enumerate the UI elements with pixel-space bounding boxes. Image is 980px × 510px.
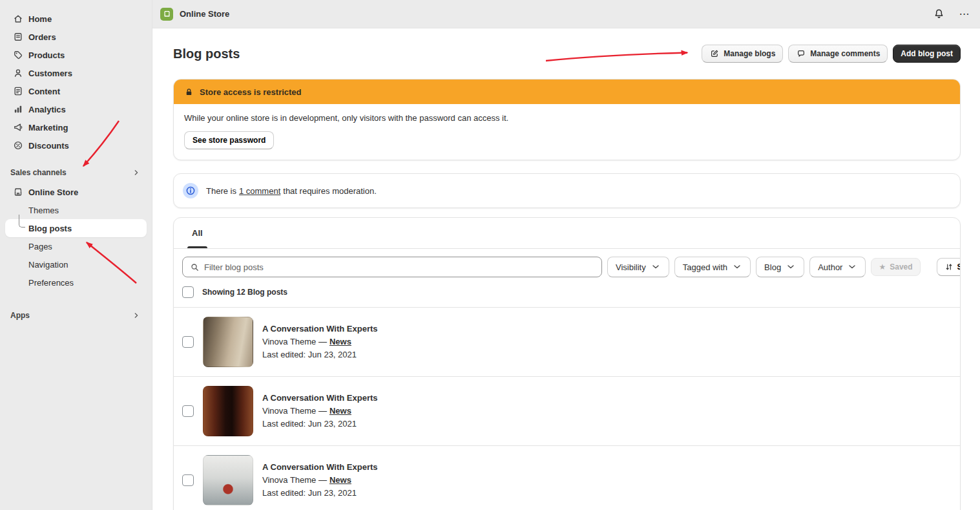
sidebar-item-pages[interactable]: Pages [5, 237, 147, 255]
notice-text-before: There is [206, 186, 236, 196]
sidebar-item-label: Marketing [28, 123, 68, 133]
sidebar-item-discounts[interactable]: Discounts [5, 136, 147, 154]
list-summary: Showing 12 Blog posts [202, 288, 287, 297]
sort-button-label: Sort [957, 262, 961, 271]
chevron-down-icon [651, 262, 661, 272]
store-access-banner: Store access is restricted While your on… [173, 79, 961, 160]
author-filter-dropdown[interactable]: Author [809, 257, 866, 277]
overflow-menu-icon[interactable]: ⋯ [955, 5, 974, 23]
store-access-banner-header: Store access is restricted [174, 80, 960, 104]
sidebar-item-products[interactable]: Products [5, 46, 147, 64]
add-blog-post-button[interactable]: Add blog post [893, 45, 961, 63]
main-column: Online Store ⋯ Blog posts Manage blogs [152, 0, 980, 510]
sidebar-section-sales-channels[interactable]: Sales channels [5, 165, 147, 180]
sort-button[interactable]: Sort [937, 258, 961, 276]
post-title[interactable]: A Conversation With Experts [262, 323, 378, 335]
sidebar-item-online-store[interactable]: Online Store [5, 183, 147, 201]
page-content: Blog posts Manage blogs Manage comments … [152, 28, 980, 510]
sidebar-item-analytics[interactable]: Analytics [5, 100, 147, 118]
topbar-title: Online Store [180, 9, 229, 19]
sidebar-item-label: Navigation [28, 260, 68, 270]
blog-post-row[interactable]: A Conversation With Experts Vinova Theme… [174, 446, 960, 510]
post-byline: Vinova Theme — News [262, 474, 378, 487]
manage-comments-button[interactable]: Manage comments [788, 45, 888, 63]
select-all-checkbox[interactable] [182, 286, 194, 298]
discounts-icon [13, 140, 23, 151]
row-checkbox[interactable] [182, 336, 194, 348]
search-icon [189, 262, 200, 272]
saved-filters-button[interactable]: ★ Saved [871, 258, 920, 276]
sidebar-item-content[interactable]: Content [5, 82, 147, 100]
filter-blog-posts-input[interactable] [204, 262, 595, 272]
blog-post-row[interactable]: A Conversation With Experts Vinova Theme… [174, 377, 960, 446]
post-title[interactable]: A Conversation With Experts [262, 461, 378, 474]
post-title[interactable]: A Conversation With Experts [262, 392, 378, 405]
row-checkbox[interactable] [182, 405, 194, 417]
one-comment-link[interactable]: 1 comment [239, 186, 280, 196]
sidebar-item-label: Orders [28, 32, 56, 42]
sidebar-item-label: Online Store [28, 187, 78, 197]
marketing-icon [13, 122, 23, 133]
chevron-right-icon [131, 310, 141, 321]
moderation-notice-text: There is 1 comment that requires moderat… [206, 186, 377, 196]
news-blog-link[interactable]: News [329, 405, 351, 418]
notifications-bell-icon[interactable] [930, 5, 948, 23]
sidebar-item-label: Discounts [28, 141, 69, 151]
sidebar-item-label: Home [28, 14, 52, 24]
sidebar-item-navigation[interactable]: Navigation [5, 255, 147, 273]
page-header: Blog posts Manage blogs Manage comments … [173, 45, 961, 63]
blog-filter-dropdown[interactable]: Blog [756, 257, 804, 277]
sidebar-item-label: Pages [28, 242, 52, 251]
tab-all[interactable]: All [182, 218, 213, 248]
sidebar-item-themes[interactable]: Themes [5, 201, 147, 219]
post-last-edited: Last edited: Jun 23, 2021 [262, 348, 378, 361]
tabs-row: All [174, 218, 960, 249]
page-title: Blog posts [173, 45, 240, 63]
manage-blogs-button[interactable]: Manage blogs [702, 45, 783, 63]
sidebar-item-orders[interactable]: Orders [5, 28, 147, 46]
sidebar-item-label: Content [28, 87, 60, 96]
analytics-icon [13, 104, 23, 114]
author-filter-label: Author [818, 262, 842, 272]
tagged-with-filter-dropdown[interactable]: Tagged with [674, 257, 751, 277]
sidebar-item-home[interactable]: Home [5, 10, 147, 28]
row-checkbox[interactable] [182, 474, 194, 486]
sidebar-item-label: Customers [28, 69, 72, 78]
post-thumbnail [203, 317, 253, 367]
news-blog-link[interactable]: News [329, 335, 351, 348]
topbar: Online Store ⋯ [152, 0, 980, 28]
chevron-right-icon [131, 167, 141, 178]
tab-all-label: All [192, 228, 203, 238]
info-icon [183, 183, 198, 198]
app-window: Home Orders Products Customers Content A… [0, 0, 980, 510]
add-blog-post-label: Add blog post [901, 49, 953, 58]
notice-text-after: that requires moderation. [283, 186, 377, 196]
sidebar-item-blog-posts[interactable]: Blog posts [5, 219, 147, 237]
products-icon [13, 50, 23, 60]
post-last-edited: Last edited: Jun 23, 2021 [262, 487, 378, 500]
post-byline: Vinova Theme — News [262, 335, 378, 348]
sidebar-item-preferences[interactable]: Preferences [5, 273, 147, 292]
section-label: Sales channels [10, 168, 67, 177]
sidebar-item-marketing[interactable]: Marketing [5, 118, 147, 136]
manage-blogs-label: Manage blogs [724, 49, 775, 58]
sidebar-item-label: Blog posts [28, 224, 72, 233]
banner-body-text: While your online store is in developmen… [184, 113, 950, 123]
content-icon [13, 86, 23, 96]
filter-search [182, 257, 602, 277]
sort-icon [944, 262, 954, 272]
tagged-with-filter-label: Tagged with [683, 262, 727, 272]
sidebar-section-apps[interactable]: Apps [5, 308, 147, 323]
blog-post-row[interactable]: A Conversation With Experts Vinova Theme… [174, 308, 960, 377]
news-blog-link[interactable]: News [329, 474, 351, 487]
sidebar-item-customers[interactable]: Customers [5, 64, 147, 82]
visibility-filter-dropdown[interactable]: Visibility [607, 257, 669, 277]
sidebar-item-label: Products [28, 50, 65, 60]
see-store-password-button[interactable]: See store password [184, 131, 274, 149]
topbar-context: Online Store [160, 8, 229, 21]
sidebar-item-label: Themes [28, 206, 59, 215]
tree-connector [19, 215, 25, 228]
edit-icon [709, 48, 720, 59]
list-summary-row: Showing 12 Blog posts [174, 284, 960, 308]
customers-icon [13, 68, 23, 78]
